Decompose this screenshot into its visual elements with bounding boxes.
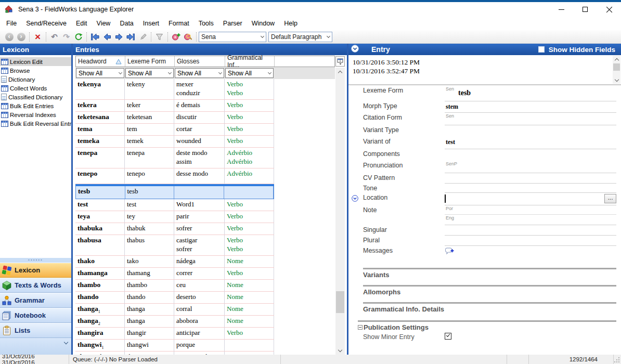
publication-settings-title[interactable]: Publication Settings [364,323,429,331]
location-input[interactable]: ... [445,193,616,205]
table-row[interactable]: teketesanateketesandiscutirVerbo [75,112,274,124]
table-row[interactable]: thabukathabuksofrerVerbo [75,223,274,235]
lexeme-form-value-area[interactable]: Sen tesb [445,86,616,101]
refresh-button[interactable] [72,31,84,42]
next-record-button[interactable] [113,31,125,42]
paragraph-style-select[interactable]: Default Paragraph [268,32,332,42]
table-row[interactable]: thanga2thangaaboboraNome [75,316,274,328]
nav-grammar[interactable]: Grammar [0,293,71,308]
show-hidden-fields-checkbox[interactable] [538,46,545,53]
column-header-grammatical-info[interactable]: Grammatical Inf... [225,56,275,67]
section-grammatical-info-details[interactable]: Grammatical Info. Details [363,302,616,313]
undo-button[interactable]: ↶ [48,31,60,42]
table-row[interactable]: thamangathamangcorrerVerbo [75,268,274,280]
previous-record-button[interactable] [101,31,113,42]
table-row[interactable]: tekeratekeré demaisVerbo [75,100,274,112]
table-row[interactable]: temekatemekwoundedVerbo [75,136,274,148]
menu-view[interactable]: View [92,20,115,27]
filter-glosses-select[interactable]: Show All [175,68,224,78]
back-button[interactable]: ‹ [3,31,15,42]
show-minor-entry-checkbox[interactable] [445,333,451,340]
table-row[interactable]: testtestWord1Verbo [75,199,274,211]
resize-grip[interactable] [614,355,621,364]
redo-button[interactable]: ↷ [60,31,72,42]
table-row[interactable]: thabusathabuscastigarsofrerVerboVerbo [75,235,274,256]
scroll-up-button[interactable] [335,68,345,76]
menu-format[interactable]: Format [164,20,194,27]
plural-value-area[interactable] [445,236,616,246]
table-row[interactable]: thanga1thangacorralNome [75,304,274,316]
sidebar-item-collect-words[interactable]: Collect Words [0,84,71,93]
entries-scrollbar[interactable] [335,68,345,355]
sidebar-item-classified-dictionary[interactable]: Classified Dictionary [0,93,71,101]
table-row[interactable]: tekenyatekenymexerconduzirVerboVerbo [75,79,274,100]
table-row[interactable]: thangwi1thangwiporque [75,340,274,352]
sidebar-item-bulk-edit-reversal-entries[interactable]: Bulk Edit Reversal Entries [0,119,71,128]
pronunciation-value-area[interactable]: SenP [445,161,616,173]
components-value-area[interactable] [445,149,616,161]
scroll-down-button[interactable] [335,346,345,355]
menu-help[interactable]: Help [279,20,302,27]
sidebar-item-dictionary[interactable]: Dictionary [0,75,71,84]
morph-type-value-area[interactable]: stem [445,101,616,113]
nav-lists[interactable]: Lists [0,323,71,338]
close-button[interactable] [597,2,621,17]
cv-pattern-value-area[interactable] [445,173,616,184]
column-config-button[interactable] [335,56,345,67]
sidebar-item-reversal-indexes[interactable]: Reversal Indexes [0,110,71,119]
sidebar-item-lexicon-edit[interactable]: Lexicon Edit [0,57,71,66]
note-value-area[interactable]: Por Eng [445,205,616,225]
table-row[interactable]: thandothandodesertoNome [75,292,274,304]
nav-texts-words[interactable]: Texts & Words [0,278,71,293]
section-allomorphs[interactable]: Allomorphs [363,285,616,296]
tone-value-area[interactable] [445,184,616,193]
menu-parser[interactable]: Parser [218,20,247,27]
table-row[interactable]: teyateyparirVerbo [75,211,274,223]
table-row[interactable]: tenepotenepodesse modoAdvérbio [75,168,274,184]
last-record-button[interactable] [125,31,137,42]
expand-location-icon[interactable] [352,195,358,203]
filter-gram-select[interactable]: Show All [225,68,274,78]
table-row[interactable]: thambothamboceuNome [75,280,274,292]
sidebar-item-bulk-edit-entries[interactable]: Bulk Edit Entries [0,101,71,110]
sidebar-item-browse[interactable]: Browse [0,66,71,75]
column-header-lexeme-form[interactable]: Lexeme Form [125,56,175,67]
column-header-glosses[interactable]: Glosses [175,56,225,67]
scrollbar-thumb[interactable] [613,63,620,71]
delete-button[interactable]: × [32,31,44,42]
menu-tools[interactable]: Tools [194,20,218,27]
menu-window[interactable]: Window [247,20,279,27]
find-entry-button[interactable] [182,31,194,42]
nav-lexicon[interactable]: Lexicon [0,263,71,278]
location-browse-button[interactable]: ... [604,194,616,203]
edit-button[interactable] [137,31,149,42]
table-row[interactable]: thangirathangiranticiparVerbo [75,328,274,340]
filter-lexeme-select[interactable]: Show All [125,68,174,78]
menu-insert[interactable]: Insert [138,20,164,27]
add-message-icon[interactable] [445,247,454,257]
filter-headword-select[interactable]: Show All [76,68,124,78]
table-row[interactable]: tesbtesb [75,186,274,199]
menu-edit[interactable]: Edit [71,20,92,27]
nav-notebook[interactable]: Notebook [0,308,71,323]
nav-splitter-handle[interactable]: •••••• [0,258,71,263]
menu-data[interactable]: Data [115,20,138,27]
column-header-headword[interactable]: Headword [76,56,125,67]
singular-value-area[interactable] [445,225,616,236]
scrollbar-thumb[interactable] [336,291,344,313]
insert-entry-button[interactable] [170,31,182,42]
table-row[interactable]: thakotakonádegaNome [75,256,274,268]
maximize-button[interactable] [573,2,597,17]
filter-button[interactable] [153,31,165,42]
table-row[interactable]: thangwi2thangwipor causa deNome [75,352,274,355]
first-record-button[interactable] [89,31,101,42]
citation-form-value-area[interactable]: Sen [445,113,616,125]
menu-file[interactable]: File [2,20,21,27]
nav-options-chevron-icon[interactable] [64,340,68,344]
table-row[interactable]: tematemcortarVerbo [75,124,274,136]
summary-scrollbar[interactable] [613,56,620,84]
variant-type-value-area[interactable] [445,125,616,137]
writing-system-select[interactable]: Sena [199,32,266,42]
variant-of-value-area[interactable]: test [445,137,616,149]
collapse-section-icon[interactable] [358,325,363,330]
